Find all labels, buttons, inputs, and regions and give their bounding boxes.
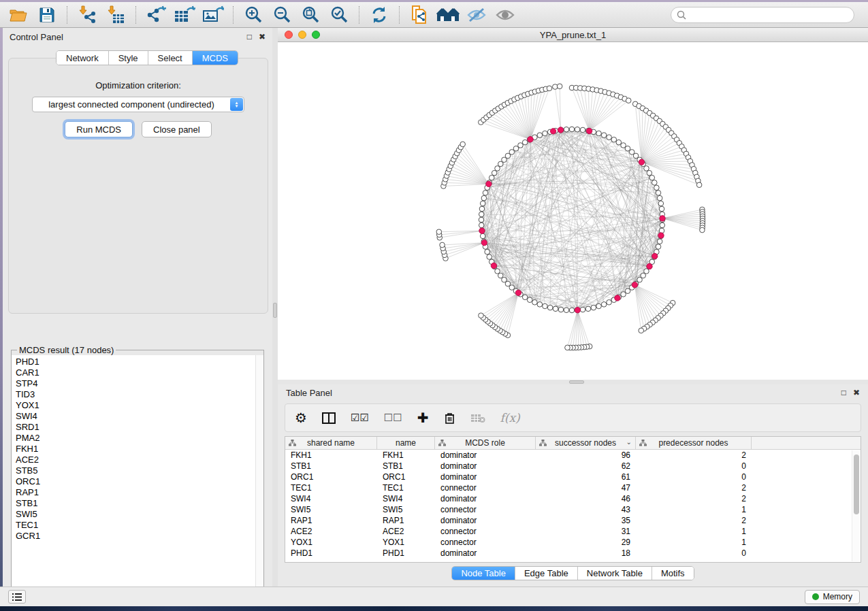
tab-style[interactable]: Style (109, 51, 148, 65)
table-row[interactable]: SWI4SWI4dominator462 (285, 493, 861, 504)
result-item[interactable]: FKH1 (16, 444, 263, 455)
tab-network[interactable]: Network (57, 51, 109, 65)
cell-successor-nodes[interactable]: 62 (536, 461, 636, 472)
export-image-icon[interactable] (200, 4, 226, 26)
cell-shared-name[interactable]: TEC1 (285, 482, 377, 493)
cell-successor-nodes[interactable]: 18 (536, 548, 636, 559)
zoom-out-icon[interactable] (269, 4, 295, 26)
cell-name[interactable]: TEC1 (377, 482, 435, 493)
table-scrollbar[interactable] (852, 450, 860, 561)
export-network-icon[interactable] (143, 4, 169, 26)
cell-name[interactable]: SWI4 (377, 493, 435, 504)
cell-shared-name[interactable]: SWI4 (285, 493, 377, 504)
result-item[interactable]: GCR1 (16, 531, 263, 542)
tab-node-table[interactable]: Node Table (452, 567, 515, 580)
export-table-icon[interactable] (172, 4, 197, 26)
table-row[interactable]: RAP1RAP1dominator352 (285, 515, 861, 526)
search-input[interactable] (690, 10, 848, 20)
cell-MCDS-role[interactable]: connector (435, 537, 536, 548)
cell-shared-name[interactable]: STB1 (285, 461, 377, 472)
cell-name[interactable]: PHD1 (377, 548, 435, 559)
result-item[interactable]: STP4 (16, 378, 263, 389)
cell-successor-nodes[interactable]: 35 (536, 515, 636, 526)
tab-edge-table[interactable]: Edge Table (515, 567, 578, 580)
cell-MCDS-role[interactable]: dominator (435, 450, 536, 461)
cell-name[interactable]: ACE2 (377, 526, 435, 537)
table-row[interactable]: FKH1FKH1dominator962 (285, 450, 861, 461)
table-row[interactable]: SWI5SWI5connector431 (285, 504, 861, 515)
float-panel-icon[interactable]: □ (841, 389, 846, 397)
cell-predecessor-nodes[interactable]: 2 (636, 493, 752, 504)
node-table[interactable]: shared namenameMCDS rolesuccessor nodes⌄… (285, 436, 861, 563)
result-item[interactable]: ORC1 (16, 476, 263, 487)
cell-predecessor-nodes[interactable]: 2 (636, 482, 752, 493)
cell-MCDS-role[interactable]: dominator (435, 493, 536, 504)
first-neighbors-icon[interactable] (435, 4, 461, 26)
table-row[interactable]: STB1STB1dominator620 (285, 461, 861, 472)
cell-successor-nodes[interactable]: 96 (536, 450, 636, 461)
float-panel-icon[interactable]: □ (247, 33, 252, 41)
result-item[interactable]: TID3 (16, 389, 263, 400)
tab-motifs[interactable]: Motifs (652, 567, 694, 580)
cell-name[interactable]: ORC1 (377, 472, 435, 482)
cell-shared-name[interactable]: PHD1 (285, 548, 377, 559)
cell-shared-name[interactable]: FKH1 (285, 450, 377, 461)
memory-button[interactable]: Memory (805, 590, 860, 604)
cell-successor-nodes[interactable]: 43 (536, 504, 636, 515)
show-column-icon[interactable] (322, 412, 336, 424)
result-item[interactable]: PHD1 (16, 357, 263, 367)
new-network-from-selection-icon[interactable] (406, 4, 432, 26)
cell-shared-name[interactable]: ACE2 (285, 526, 377, 537)
cell-name[interactable]: FKH1 (377, 450, 435, 461)
column-header-shared-name[interactable]: shared name (285, 437, 377, 449)
horizontal-splitter[interactable] (278, 380, 868, 384)
close-panel-icon[interactable]: ✖ (853, 389, 860, 397)
column-header-name[interactable]: name (377, 437, 435, 449)
save-icon[interactable] (34, 4, 60, 26)
cell-name[interactable]: YOX1 (377, 537, 435, 548)
cell-MCDS-role[interactable]: dominator (435, 515, 536, 526)
column-header-predecessor-nodes[interactable]: predecessor nodes (636, 437, 752, 449)
hide-selected-icon[interactable] (464, 4, 489, 26)
open-folder-icon[interactable] (5, 4, 31, 26)
show-all-icon[interactable] (492, 4, 518, 26)
result-item[interactable]: TEC1 (16, 520, 263, 531)
result-item[interactable]: RAP1 (16, 487, 263, 498)
cell-shared-name[interactable]: SWI5 (285, 504, 377, 515)
cell-shared-name[interactable]: RAP1 (285, 515, 377, 526)
cell-predecessor-nodes[interactable]: 2 (636, 515, 752, 526)
result-item[interactable]: PMA2 (16, 433, 263, 444)
cell-MCDS-role[interactable]: connector (435, 526, 536, 537)
search-field[interactable] (671, 7, 854, 23)
result-item[interactable]: SWI4 (16, 411, 263, 422)
cell-predecessor-nodes[interactable]: 0 (636, 472, 752, 482)
vertical-splitter[interactable] (272, 28, 278, 587)
result-list-scrollbar[interactable] (255, 355, 263, 595)
import-table-icon[interactable] (103, 4, 129, 26)
column-header-successor-nodes[interactable]: successor nodes⌄ (536, 437, 636, 449)
result-item[interactable]: ACE2 (16, 455, 263, 465)
cell-predecessor-nodes[interactable]: 1 (636, 504, 752, 515)
table-row[interactable]: YOX1YOX1connector291 (285, 537, 861, 548)
table-row[interactable]: PHD1PHD1dominator180 (285, 548, 861, 559)
network-canvas[interactable] (278, 42, 868, 380)
table-row[interactable]: TEC1TEC1connector472 (285, 482, 861, 493)
cell-name[interactable]: SWI5 (377, 504, 435, 515)
cell-MCDS-role[interactable]: dominator (435, 548, 536, 559)
splitter-grip[interactable] (569, 380, 584, 384)
cell-successor-nodes[interactable]: 61 (536, 472, 636, 482)
table-row[interactable]: ACE2ACE2connector311 (285, 526, 861, 537)
result-item[interactable]: STB5 (16, 465, 263, 476)
zoom-in-icon[interactable] (240, 4, 266, 26)
network-window-titlebar[interactable]: YPA_prune.txt_1 (278, 28, 868, 42)
add-column-icon[interactable]: ✚ (417, 410, 429, 426)
result-item[interactable]: YOX1 (16, 400, 263, 411)
zoom-fit-icon[interactable] (298, 4, 323, 26)
gear-icon[interactable]: ⚙ (295, 410, 307, 426)
cell-predecessor-nodes[interactable]: 0 (636, 461, 752, 472)
cell-shared-name[interactable]: ORC1 (285, 472, 377, 482)
import-network-icon[interactable] (74, 4, 100, 26)
result-item[interactable]: SRD1 (16, 422, 263, 433)
cell-name[interactable]: RAP1 (377, 515, 435, 526)
tab-select[interactable]: Select (148, 51, 193, 65)
